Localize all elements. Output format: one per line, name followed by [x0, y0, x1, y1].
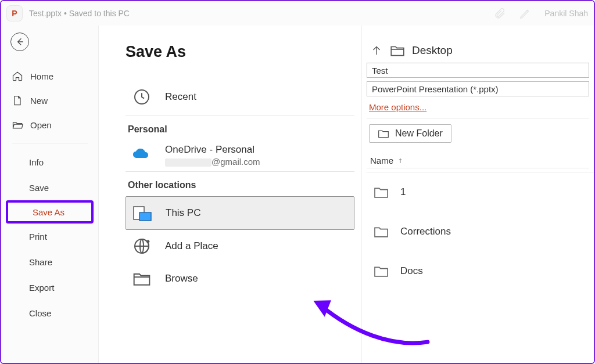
clock-icon — [131, 87, 152, 107]
location-onedrive[interactable]: OneDrive - Personal @gmail.com — [126, 140, 354, 169]
current-folder-label: Desktop — [412, 44, 453, 57]
folder-icon — [372, 225, 390, 239]
breadcrumb[interactable]: Desktop — [367, 42, 594, 63]
folder-open-icon — [12, 119, 23, 131]
recent-label: Recent — [165, 91, 196, 103]
folder-name: Corrections — [400, 226, 451, 237]
nav-new[interactable]: New — [1, 88, 98, 113]
add-place-icon — [131, 236, 152, 257]
document-title: Test.pptx • Saved to this PC — [29, 9, 130, 18]
nav-save[interactable]: Save — [1, 175, 98, 200]
location-this-pc[interactable]: This PC — [126, 196, 354, 230]
nav-new-label: New — [30, 96, 48, 106]
this-pc-label: This PC — [166, 207, 200, 219]
pen-icon — [519, 7, 532, 20]
location-add-place[interactable]: Add a Place — [126, 230, 354, 262]
section-personal: Personal — [126, 116, 354, 140]
folder-row[interactable]: Corrections — [367, 212, 594, 251]
folder-row[interactable]: 1 — [367, 172, 594, 212]
powerpoint-app-icon: P — [7, 6, 22, 21]
section-other: Other locations — [126, 171, 354, 196]
backstage-nav: Home New Open Info Save Save As Print Sh… — [1, 26, 99, 363]
arrow-up-icon — [370, 44, 383, 57]
file-list: 1 Corrections Docs — [367, 172, 594, 291]
divider — [367, 168, 589, 168]
folder-icon — [372, 264, 390, 278]
browse-label: Browse — [165, 273, 198, 284]
new-folder-button[interactable]: New Folder — [369, 124, 451, 143]
nav-open-label: Open — [30, 120, 52, 130]
new-folder-icon — [378, 128, 389, 139]
document-icon — [12, 95, 23, 106]
nav-save-as[interactable]: Save As — [7, 201, 92, 222]
page-title: Save As — [126, 43, 354, 61]
add-place-label: Add a Place — [165, 240, 218, 252]
folder-row[interactable]: Docs — [367, 251, 594, 291]
user-name: Pankil Shah — [544, 9, 588, 18]
folder-icon — [372, 185, 390, 199]
nav-info[interactable]: Info — [1, 149, 98, 175]
new-folder-label: New Folder — [395, 128, 443, 139]
save-target-panel: Desktop Test PowerPoint Presentation (*.… — [362, 26, 594, 363]
onedrive-email: @gmail.com — [165, 157, 260, 167]
sort-asc-icon — [397, 157, 404, 164]
nav-divider — [12, 143, 88, 143]
location-browse[interactable]: Browse — [126, 262, 354, 295]
this-pc-icon — [132, 203, 153, 224]
folder-name: 1 — [400, 186, 406, 198]
home-icon — [12, 70, 23, 82]
onedrive-title: OneDrive - Personal — [165, 144, 260, 156]
folder-name: Docs — [400, 265, 423, 277]
titlebar-right: Pankil Shah — [493, 7, 588, 20]
arrow-left-icon — [15, 37, 24, 46]
nav-home[interactable]: Home — [1, 64, 98, 88]
main-area: Home New Open Info Save Save As Print Sh… — [1, 26, 594, 363]
onedrive-icon — [131, 147, 152, 164]
title-bar: P Test.pptx • Saved to this PC Pankil Sh… — [1, 1, 594, 26]
nav-print[interactable]: Print — [1, 224, 98, 249]
location-recent[interactable]: Recent — [126, 81, 354, 113]
column-header-name[interactable]: Name — [367, 153, 594, 168]
filename-input[interactable]: Test — [367, 63, 589, 78]
save-as-locations: Save As Recent Personal OneDrive - Perso… — [99, 26, 362, 363]
back-button[interactable] — [10, 33, 29, 51]
more-options-link[interactable]: More options... — [367, 100, 594, 118]
nav-export[interactable]: Export — [1, 275, 98, 300]
filetype-select[interactable]: PowerPoint Presentation (*.pptx) — [367, 81, 589, 96]
paperclip-icon — [493, 7, 506, 20]
folder-icon — [131, 268, 152, 289]
svg-rect-2 — [139, 212, 151, 221]
nav-close[interactable]: Close — [1, 300, 98, 326]
folder-icon — [390, 44, 405, 57]
nav-share[interactable]: Share — [1, 249, 98, 275]
nav-home-label: Home — [30, 71, 53, 81]
backstage-window: P Test.pptx • Saved to this PC Pankil Sh… — [0, 0, 595, 364]
nav-open[interactable]: Open — [1, 113, 98, 137]
